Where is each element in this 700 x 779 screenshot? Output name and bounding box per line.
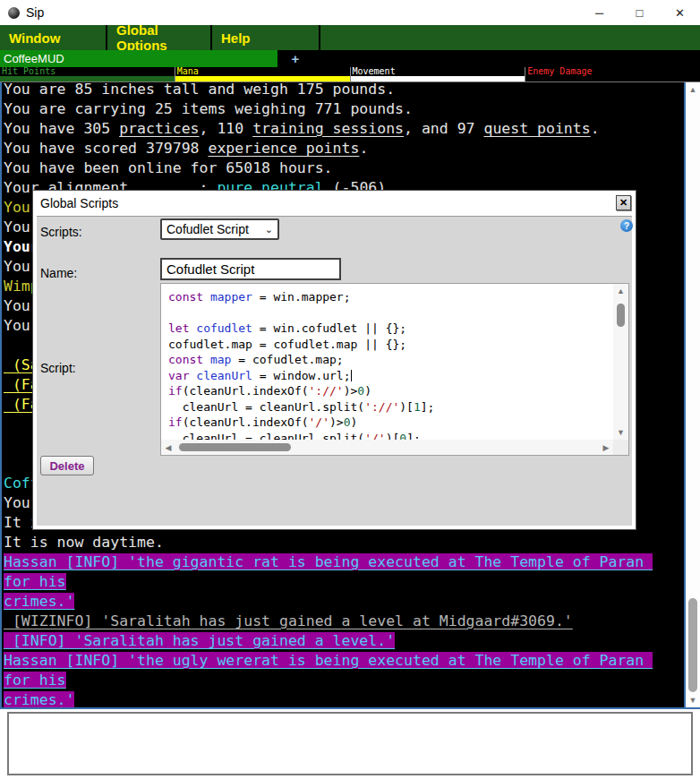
scroll-down-icon[interactable]: ▼ — [686, 693, 700, 707]
scripts-dropdown[interactable]: Cofudlet Script ⌄ — [160, 218, 279, 240]
scrollbar-corner — [613, 440, 628, 455]
status-fill-bar — [175, 76, 350, 81]
code-line: const map = cofudlet.map; — [168, 352, 613, 368]
name-label: Name: — [40, 266, 77, 280]
script-label: Script: — [40, 361, 76, 375]
script-code[interactable]: const mapper = win.mapper; let cofudlet … — [161, 284, 613, 440]
menu-item-global-options[interactable]: Global Options — [107, 25, 212, 50]
menu-item-help[interactable]: Help — [212, 25, 320, 50]
status-mana: Mana — [175, 67, 351, 81]
code-line: cleanUrl = cleanUrl.split('://')[1]; — [168, 399, 613, 415]
code-line: cleanUrl = cleanUrl.split('/')[0]; — [168, 431, 613, 441]
terminal-line: You have been online for 65018 hours. — [4, 158, 684, 178]
menu-bar: WindowGlobal OptionsHelp — [0, 25, 700, 50]
code-line: cofudlet.map = cofudlet.map || {}; — [168, 337, 613, 353]
dialog-title-bar: Global Scripts ✕ — [33, 191, 636, 216]
app-icon — [8, 7, 20, 19]
status-fill-bar — [351, 76, 525, 81]
minimize-icon[interactable]: ─ — [579, 0, 619, 25]
scroll-down-icon[interactable]: ▼ — [613, 425, 628, 440]
dialog-title: Global Scripts — [33, 196, 118, 210]
code-line: let cofudlet = win.cofudlet || {}; — [168, 321, 613, 337]
scroll-right-icon[interactable]: ▶ — [599, 440, 613, 455]
terminal-line: Hassan [INFO] 'the ugly wererat is being… — [4, 651, 684, 671]
dialog-close-icon[interactable]: ✕ — [616, 195, 631, 210]
code-line — [168, 305, 613, 321]
code-line: var cleanUrl = window.url; — [168, 368, 613, 384]
status-label: Enemy Damage — [525, 67, 700, 76]
help-icon[interactable]: ? — [620, 219, 633, 232]
global-scripts-dialog: Global Scripts ✕ Scripts: Cofudlet Scrip… — [32, 190, 636, 530]
maximize-icon[interactable]: □ — [619, 0, 660, 25]
terminal-line: You have scored 379798 experience points… — [4, 139, 684, 158]
terminal-line: It is now daytime. — [4, 533, 684, 552]
window-title: Sip — [26, 5, 44, 20]
terminal-line: [WIZINFO] 'Saralitah has just gained a l… — [4, 612, 684, 631]
terminal-line: for his — [4, 671, 684, 690]
editor-horizontal-scrollbar[interactable]: ◀ ▶ — [161, 440, 613, 455]
menu-bar-filler — [320, 25, 700, 50]
status-movement: Movement — [351, 67, 526, 81]
editor-vertical-scrollbar[interactable]: ▲ ▼ — [613, 284, 628, 440]
scrollbar-thumb[interactable] — [617, 304, 625, 327]
scroll-up-icon[interactable]: ▲ — [686, 82, 700, 97]
code-line: const mapper = win.mapper; — [168, 289, 613, 305]
scripts-label: Scripts: — [40, 225, 82, 239]
menu-item-window[interactable]: Window — [0, 25, 107, 50]
scripts-dropdown-value: Cofudlet Script — [166, 222, 249, 236]
status-label: Mana — [175, 67, 350, 76]
terminal-line: crimes.' — [4, 592, 684, 612]
terminal-line: [INFO] 'Saralitah has just gained a leve… — [4, 631, 684, 651]
status-fill-bar — [525, 76, 700, 81]
chevron-down-icon: ⌄ — [265, 224, 273, 235]
command-input-area — [0, 709, 700, 779]
name-field[interactable] — [160, 258, 341, 280]
script-editor[interactable]: const mapper = win.mapper; let cofudlet … — [160, 283, 629, 456]
app-window: Sip ─ □ ✕ WindowGlobal OptionsHelp Coffe… — [0, 0, 700, 779]
terminal-line: Hassan [INFO] 'the gigantic rat is being… — [4, 552, 684, 572]
tab-coffeemud[interactable]: CoffeeMUD — [0, 50, 277, 67]
terminal-line: You are 85 inches tall and weigh 175 pou… — [4, 82, 684, 99]
terminal-line: You are carrying 25 items weighing 771 p… — [4, 99, 684, 119]
terminal-scrollbar[interactable]: ▲ ▼ — [686, 82, 700, 707]
code-line: if(cleanUrl.indexOf('://')>0) — [168, 383, 613, 399]
status-hit-points: Hit Points — [0, 67, 175, 81]
scrollbar-thumb[interactable] — [179, 443, 291, 451]
add-tab-button[interactable]: + — [283, 50, 308, 67]
delete-button[interactable]: Delete — [40, 456, 94, 475]
status-enemy-damage: Enemy Damage — [525, 67, 700, 81]
title-bar: Sip ─ □ ✕ — [0, 0, 700, 25]
scroll-left-icon[interactable]: ◀ — [161, 440, 175, 455]
command-input[interactable] — [7, 712, 693, 775]
close-icon[interactable]: ✕ — [660, 0, 700, 25]
terminal-line: crimes.' — [4, 690, 684, 707]
scroll-up-icon[interactable]: ▲ — [613, 284, 628, 298]
terminal-line: for his — [4, 572, 684, 592]
text-cursor — [351, 370, 352, 381]
window-controls: ─ □ ✕ — [579, 0, 700, 25]
status-label: Movement — [351, 67, 525, 76]
code-line: if(cleanUrl.indexOf('/')>0) — [168, 415, 613, 431]
scrollbar-thumb[interactable] — [688, 598, 697, 692]
status-fill-bar — [0, 76, 175, 81]
status-label: Hit Points — [0, 67, 175, 76]
tab-bar: CoffeeMUD + — [0, 50, 700, 67]
status-bar: Hit PointsManaMovementEnemy Damage — [0, 67, 700, 82]
terminal-line: You have 305 practices, 110 training ses… — [4, 119, 684, 139]
